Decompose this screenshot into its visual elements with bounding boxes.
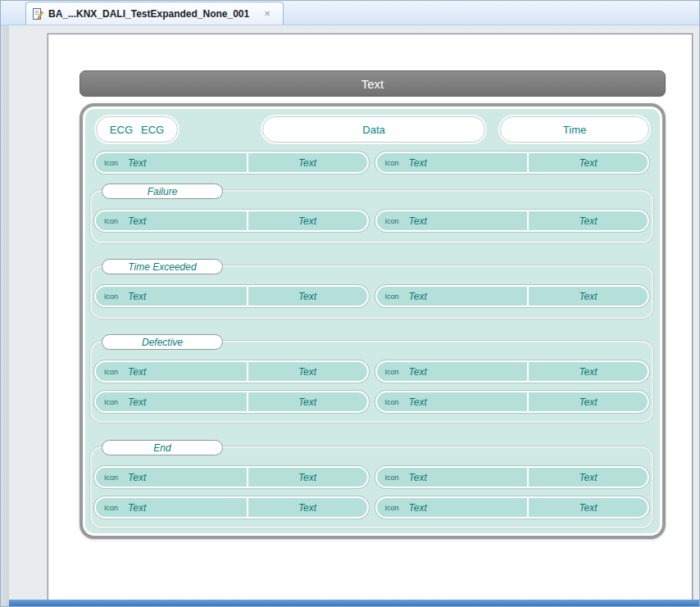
item-icon-label: Icon <box>104 504 118 512</box>
tab-title: BA_...KNX_DALI_TestExpanded_None_001 <box>48 8 249 20</box>
item-text: Text <box>128 157 146 169</box>
item-value: Text <box>248 472 367 483</box>
item-text: Text <box>128 215 146 227</box>
ecg-item[interactable]: Icon Text Text <box>375 360 650 383</box>
ecg-item[interactable]: Icon Text Text <box>94 285 369 307</box>
section-title-pill[interactable]: End <box>102 440 223 455</box>
ecg-item[interactable]: Icon Text Text <box>375 391 650 413</box>
item-text: Text <box>409 215 427 227</box>
section-time-exceeded[interactable]: Time Exceeded Icon Text Text Icon Text <box>90 265 653 319</box>
header-label: Text <box>361 77 384 91</box>
item-icon-label: Icon <box>104 217 118 225</box>
ecg-label-1: ECG <box>110 124 133 136</box>
item-text: Text <box>409 366 427 378</box>
item-icon-label: Icon <box>104 292 118 301</box>
item-value: Text <box>248 215 367 227</box>
ecg-group-panel[interactable]: ECG ECG Data Time Icon Text <box>80 103 666 539</box>
item-value: Text <box>529 502 648 514</box>
item-icon-label: Icon <box>385 292 399 301</box>
ecg-item[interactable]: Icon Text Text <box>375 466 650 488</box>
tab-bar: BA_...KNX_DALI_TestExpanded_None_001 × <box>1 1 699 25</box>
item-text: Text <box>128 396 146 408</box>
ecg-item[interactable]: Icon Text Text <box>94 466 369 488</box>
header-bar[interactable]: Text <box>80 70 666 97</box>
section-title-pill[interactable]: Defective <box>102 334 223 350</box>
item-text: Text <box>409 291 427 302</box>
design-canvas[interactable]: Text ECG ECG Data Time <box>48 34 693 600</box>
item-value: Text <box>529 472 648 483</box>
item-value: Text <box>529 215 648 227</box>
section-title-pill[interactable]: Failure <box>102 183 223 199</box>
design-workspace: Text ECG ECG Data Time <box>1 25 699 606</box>
left-splitter[interactable] <box>1 25 9 606</box>
item-icon-label: Icon <box>104 159 118 167</box>
item-value: Text <box>529 157 648 169</box>
item-icon-label: Icon <box>385 217 399 225</box>
ecg-item[interactable]: Icon Text Text <box>375 285 650 307</box>
item-value: Text <box>248 291 367 302</box>
item-value: Text <box>248 366 367 378</box>
data-button[interactable]: Data <box>262 116 485 143</box>
item-icon-label: Icon <box>104 368 118 376</box>
tab-close-icon[interactable]: × <box>262 8 272 19</box>
group-toolbar: ECG ECG Data Time <box>94 116 649 143</box>
item-text: Text <box>409 157 427 169</box>
section-title: Defective <box>142 337 183 348</box>
item-row: Icon Text Text Icon Text Text <box>94 391 649 413</box>
time-label: Time <box>563 124 586 136</box>
section-title: End <box>153 442 170 454</box>
ecg-label-2: ECG <box>141 124 164 136</box>
item-icon-label: Icon <box>385 473 399 482</box>
item-value: Text <box>529 291 648 302</box>
ecg-item[interactable]: Icon Text Text <box>94 152 369 174</box>
horizontal-scrollbar[interactable] <box>9 600 699 606</box>
item-value: Text <box>529 366 648 378</box>
ecg-item[interactable]: Icon Text Text <box>94 496 369 519</box>
item-text: Text <box>409 396 427 408</box>
section-failure[interactable]: Failure Icon Text Text Icon Text <box>90 190 653 243</box>
item-text: Text <box>409 502 427 514</box>
item-icon-label: Icon <box>385 504 399 512</box>
section-end[interactable]: End Icon Text Text Icon Text <box>90 446 653 528</box>
item-row: Icon Text Text Icon Text Text <box>94 152 649 174</box>
ecg-item[interactable]: Icon Text Text <box>375 152 650 174</box>
section-title: Failure <box>148 186 178 197</box>
data-label: Data <box>362 124 384 136</box>
ecg-item[interactable]: Icon Text Text <box>94 210 369 232</box>
item-text: Text <box>128 366 146 378</box>
item-value: Text <box>529 396 648 408</box>
document-edit-icon <box>32 7 43 20</box>
item-value: Text <box>248 157 367 169</box>
item-icon-label: Icon <box>385 368 399 376</box>
item-row: Icon Text Text Icon Text Text <box>94 466 649 488</box>
item-text: Text <box>128 291 146 302</box>
item-text: Text <box>409 472 427 483</box>
ecg-item[interactable]: Icon Text Text <box>94 360 369 383</box>
ecg-item[interactable]: Icon Text Text <box>94 391 369 413</box>
item-text: Text <box>128 472 146 483</box>
ecg-item[interactable]: Icon Text Text <box>375 496 650 519</box>
section-title-pill[interactable]: Time Exceeded <box>102 259 223 274</box>
document-tab[interactable]: BA_...KNX_DALI_TestExpanded_None_001 × <box>25 2 284 25</box>
item-icon-label: Icon <box>104 398 118 406</box>
section-title: Time Exceeded <box>128 261 196 273</box>
app-window: BA_...KNX_DALI_TestExpanded_None_001 × T… <box>0 0 700 607</box>
item-row: Icon Text Text Icon Text Text <box>94 285 649 307</box>
section-defective[interactable]: Defective Icon Text Text Icon Text <box>90 341 653 423</box>
item-icon-label: Icon <box>385 159 399 167</box>
item-icon-label: Icon <box>385 398 399 406</box>
item-row: Icon Text Text Icon Text Text <box>94 210 649 232</box>
time-button[interactable]: Time <box>500 116 649 143</box>
ecg-button[interactable]: ECG ECG <box>96 116 178 143</box>
item-row: Icon Text Text Icon Text Text <box>94 360 649 383</box>
item-icon-label: Icon <box>104 473 118 482</box>
ecg-item[interactable]: Icon Text Text <box>375 210 650 232</box>
item-row: Icon Text Text Icon Text Text <box>94 496 649 519</box>
item-value: Text <box>248 502 367 514</box>
item-text: Text <box>128 502 146 514</box>
item-value: Text <box>248 396 367 408</box>
